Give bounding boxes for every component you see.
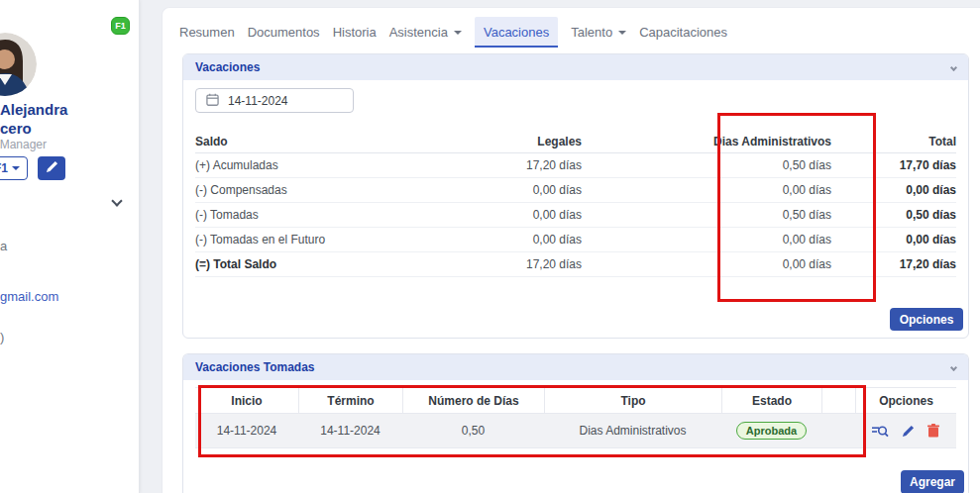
edit-profile-button[interactable] — [38, 156, 65, 180]
employee-sidebar: F1 Alejandra cero t Manager F1 a gmail.c… — [0, 0, 140, 493]
cell-opciones — [855, 424, 956, 438]
f1-badge: F1 — [111, 17, 130, 35]
chevron-down-icon — [111, 195, 122, 206]
agregar-button[interactable]: Agregar — [901, 470, 964, 493]
avatar-photo — [0, 33, 37, 96]
vacaciones-panel: Vacaciones 14-11-2024 Saldo Legales Dias… — [182, 53, 969, 339]
vacaciones-tomadas-panel-body: Inicio Término Número de Días Tipo Estad… — [183, 380, 968, 493]
employee-role: t Manager — [0, 138, 47, 151]
opciones-button[interactable]: Opciones — [890, 308, 963, 331]
tab-resumen[interactable]: Resumen — [179, 17, 235, 47]
employee-name-line2: cero — [0, 120, 32, 137]
employee-name-line1: Alejandra — [0, 101, 67, 118]
table-row: (-) Tomadas 0,00 días 0,50 días 0,50 día… — [195, 203, 956, 228]
avatar — [0, 33, 37, 96]
company-chip-button[interactable]: F1 — [0, 156, 28, 180]
cell-inicio: 14-11-2024 — [195, 424, 298, 438]
table-row: 14-11-2024 14-11-2024 0,50 Dias Administ… — [195, 414, 956, 448]
tomadas-table-header: Inicio Término Número de Días Tipo Estad… — [195, 387, 956, 414]
tab-bar: Resumen Documentos Historia Asistencia V… — [179, 16, 727, 48]
vacaciones-panel-title: Vacaciones — [195, 60, 260, 74]
tab-capacitaciones[interactable]: Capacitaciones — [639, 17, 727, 47]
cell-termino: 14-11-2024 — [298, 424, 402, 438]
table-row: (-) Tomadas en el Futuro 0,00 días 0,00 … — [195, 228, 956, 252]
chevron-down-icon[interactable] — [950, 63, 957, 70]
table-row-total: (=) Total Saldo 17,20 días 0,00 días 17,… — [195, 252, 956, 277]
chevron-down-icon[interactable] — [950, 363, 957, 370]
cell-estado: Aprobada — [721, 422, 821, 440]
chevron-down-icon — [618, 31, 626, 35]
calendar-icon — [206, 93, 219, 109]
employee-email-link[interactable]: gmail.com — [0, 289, 58, 304]
employee-detail-card: Resumen Documentos Historia Asistencia V… — [162, 7, 980, 493]
vacaciones-tomadas-panel-title: Vacaciones Tomadas — [195, 360, 315, 374]
vacaciones-tomadas-panel: Vacaciones Tomadas Inicio Término Número… — [182, 353, 969, 493]
tab-historia[interactable]: Historia — [333, 17, 377, 47]
company-chip-label: F1 — [0, 161, 8, 175]
tomadas-table: Inicio Término Número de Días Tipo Estad… — [195, 387, 956, 448]
chevron-down-icon — [454, 31, 462, 35]
edit-pencil-icon — [46, 160, 58, 176]
date-picker-input[interactable]: 14-11-2024 — [195, 88, 354, 113]
saldo-table-header: Saldo Legales Dias Administrativos Total — [195, 130, 956, 153]
delete-trash-icon[interactable] — [927, 424, 939, 438]
vacaciones-panel-header[interactable]: Vacaciones — [183, 54, 968, 80]
sidebar-collapse-chevron[interactable] — [113, 191, 121, 209]
vacaciones-panel-body: 14-11-2024 Saldo Legales Dias Administra… — [183, 80, 968, 338]
cell-num-dias: 0,50 — [402, 424, 544, 438]
table-row: (-) Compensadas 0,00 días 0,00 días 0,00… — [195, 178, 956, 203]
edit-pencil-icon[interactable] — [902, 425, 915, 438]
tab-documentos[interactable]: Documentos — [248, 17, 320, 47]
cell-tipo: Dias Administrativos — [544, 424, 721, 438]
tab-asistencia[interactable]: Asistencia — [389, 17, 462, 47]
tab-talento[interactable]: Talento — [571, 17, 626, 47]
saldo-table: Saldo Legales Dias Administrativos Total… — [195, 130, 956, 277]
status-badge: Aprobada — [736, 422, 807, 440]
table-row: (+) Acumuladas 17,20 días 0,50 días 17,7… — [195, 153, 956, 178]
date-picker-value: 14-11-2024 — [228, 94, 288, 108]
chevron-down-icon — [12, 166, 20, 170]
vacaciones-tomadas-panel-header[interactable]: Vacaciones Tomadas — [183, 354, 968, 380]
tab-vacaciones[interactable]: Vacaciones — [475, 17, 558, 48]
view-details-search-icon[interactable] — [872, 425, 889, 438]
sidebar-partial-text-2: ) — [0, 330, 4, 345]
sidebar-partial-text-1: a — [0, 239, 7, 253]
